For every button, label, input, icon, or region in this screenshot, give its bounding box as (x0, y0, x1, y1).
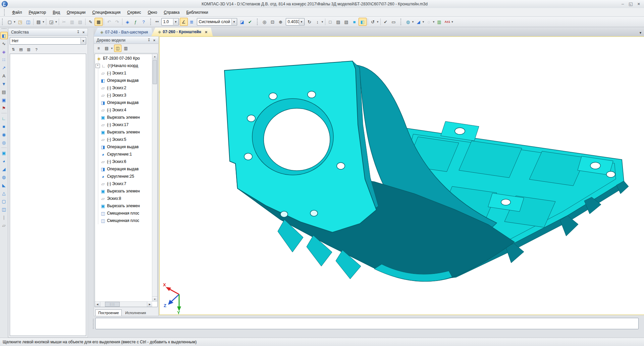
zoom-value-combo[interactable]: 0.4033▼ (286, 18, 305, 25)
document-check-button[interactable]: ✔ (246, 18, 254, 26)
print-preview-button[interactable]: ◲ (47, 18, 55, 26)
sheet-metal-button[interactable]: ∟ (0, 115, 8, 122)
fillet-button[interactable]: ◕ (0, 157, 8, 165)
chevron-down-icon[interactable]: ▼ (173, 19, 178, 25)
surfaces-button[interactable]: ◈ (0, 48, 8, 55)
model-plate-hole[interactable] (269, 93, 277, 100)
auxiliary-geometry-button[interactable]: ↗ (0, 64, 8, 71)
tree-vertical-scrollbar[interactable]: ▲ ▼ (152, 54, 157, 302)
model-bolt-hole[interactable] (606, 171, 615, 177)
menu-вид[interactable]: Вид (50, 9, 63, 16)
tree-relations-button[interactable]: ▥ (122, 45, 129, 52)
tree-item[interactable]: ◈БТ-2830 07-260 Кро (95, 55, 152, 62)
show-columns-button[interactable]: ▥ (25, 46, 32, 53)
tree-item[interactable]: ▱(-) Эскиз:3 (95, 92, 152, 99)
display-group-drag-handle[interactable] (400, 18, 403, 25)
chevron-down-icon[interactable]: ▼ (110, 47, 113, 50)
model-plate-hole[interactable] (308, 91, 316, 98)
construction-plane-button[interactable]: ▱ (0, 222, 8, 229)
menu-спецификация[interactable]: Спецификация (89, 9, 123, 16)
model-gusset[interactable] (560, 216, 578, 236)
tab-construction[interactable]: Построение (95, 309, 122, 316)
tree-composition-button[interactable]: ▤ (103, 45, 110, 52)
message-bar-drag-handle[interactable] (93, 319, 95, 329)
specification-button[interactable]: ▤ (0, 88, 8, 96)
snap-step-button[interactable]: ++ (154, 18, 160, 26)
chevron-down-icon[interactable]: ▼ (80, 38, 86, 44)
chamfer-button[interactable]: ◢ (0, 165, 8, 173)
tree-structure-button[interactable]: ≡ (95, 45, 102, 52)
menu-окно[interactable]: Окно (145, 9, 160, 16)
tree-item[interactable]: ◧Операция выдав (95, 77, 152, 84)
minimize-button[interactable]: – (622, 1, 624, 7)
tree-item[interactable]: ▣Вырезать элемен (95, 202, 152, 210)
tolerances-button[interactable]: A±1 (443, 18, 451, 26)
tree-item[interactable]: ◫Смещенная плос (95, 210, 152, 217)
menubar-drag-handle[interactable] (4, 9, 6, 16)
menu-редактор[interactable]: Редактор (26, 9, 49, 16)
copy-properties-button[interactable]: ✎ (87, 18, 95, 26)
refresh-image-button[interactable]: ↻ (306, 18, 314, 26)
tab-versions[interactable]: Исполнения (122, 310, 149, 316)
pin-icon[interactable]: ↧ (146, 38, 152, 42)
hole-button[interactable]: ◍ (0, 173, 8, 181)
tree-item[interactable]: ▱(-) Эскиз:17 (95, 121, 152, 128)
tree-item[interactable]: ▱(-) Эскиз:1 (95, 69, 152, 77)
viewport-3d[interactable]: X Z Y (159, 36, 644, 315)
save-document-button[interactable]: ◫ (24, 18, 32, 26)
scroll-right-icon[interactable]: ▶ (147, 302, 152, 307)
tree-horizontal-scrollbar[interactable]: ◀ │││ ▶ (95, 301, 152, 307)
point-arrays-button[interactable]: ∷ (0, 56, 8, 63)
shell-button[interactable]: ▢ (0, 197, 8, 205)
zoom-area-button[interactable]: ⊡ (269, 18, 277, 26)
close-button[interactable]: × (637, 1, 640, 7)
tree-item[interactable]: ◫Смещенная плос (95, 217, 152, 224)
cut-extrude-button[interactable]: ▣ (0, 149, 8, 157)
view-group-drag-handle[interactable] (257, 18, 259, 25)
edit-part-button[interactable]: ◧ (0, 32, 8, 39)
variables-button[interactable]: ƒ (131, 18, 140, 26)
object-properties-button[interactable]: ▦ (95, 18, 103, 26)
tree-item[interactable]: ◕Скругление:25 (95, 173, 152, 180)
revolve-operation-button[interactable]: ◉ (0, 131, 8, 138)
mirror-body-button[interactable]: ◫ (0, 206, 8, 213)
chevron-down-icon[interactable]: ▼ (299, 19, 304, 25)
menu-операции[interactable]: Операции (64, 9, 89, 16)
layers-button[interactable]: ≣ (188, 18, 196, 26)
loft-operation-button[interactable]: ◎ (0, 139, 8, 146)
hidden-lines-thin-button[interactable]: ▧ (342, 18, 351, 26)
close-icon[interactable]: × (152, 38, 157, 42)
tree-item[interactable]: ▣Вырезать элемен (95, 128, 152, 136)
draft-button[interactable]: △ (0, 189, 8, 197)
model-plate-hole[interactable] (244, 153, 252, 160)
open-document-button[interactable]: ◳ (16, 18, 24, 26)
wireframe-button[interactable]: □ (326, 18, 334, 26)
close-icon[interactable]: × (81, 30, 86, 34)
tab-close-icon[interactable]: × (205, 30, 208, 35)
model-image-button[interactable]: ▥ (435, 18, 443, 26)
construction-axis-button[interactable]: ∣ (0, 214, 8, 221)
shaded-with-edges-button[interactable]: ◧ (359, 18, 367, 26)
tab-07-260[interactable]: ◈ 07-260 - Кронштейн × (151, 27, 213, 36)
instrument-panel-drag-handle[interactable] (2, 28, 6, 30)
pan-button[interactable]: ↕ (314, 18, 322, 26)
tree-item[interactable]: ◨Операция выдав (95, 165, 152, 173)
model-canvas[interactable]: X Z Y (160, 37, 644, 314)
scroll-thumb[interactable] (153, 60, 157, 84)
verification-button[interactable]: ⚑ (0, 104, 8, 112)
model-plate-hole[interactable] (310, 210, 318, 216)
tree-item[interactable]: ▱(-) Эскиз:4 (95, 106, 152, 114)
tree-item[interactable]: ▱(-) Эскиз:6 (95, 158, 152, 165)
model-bolt-hole[interactable] (590, 162, 600, 169)
expander-icon[interactable]: + (96, 64, 100, 68)
hidden-lines-button[interactable]: ▨ (334, 18, 342, 26)
restore-button[interactable]: ◱ (629, 1, 633, 7)
rib-button[interactable]: ◣ (0, 181, 8, 189)
selection-frame-button[interactable]: ▭ (390, 18, 398, 26)
snaps-button[interactable]: ∠ (180, 18, 188, 26)
extrude-operation-button[interactable]: ■ (0, 123, 8, 130)
shaded-button[interactable]: ■ (351, 18, 359, 26)
reports-button[interactable]: ▣ (0, 96, 8, 104)
tree-item[interactable]: ◨Операция выдав (95, 143, 152, 151)
layer-settings-button[interactable]: ◪ (238, 18, 246, 26)
